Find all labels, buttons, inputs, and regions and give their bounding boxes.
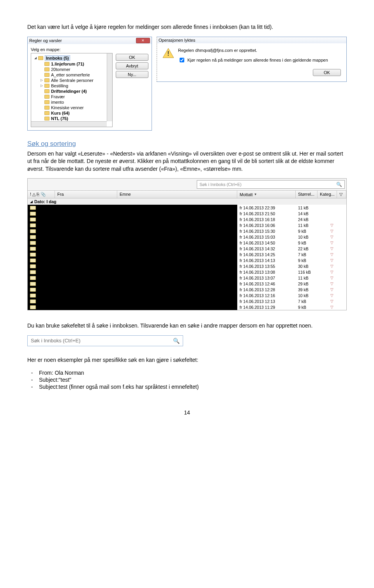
mail-row[interactable] — [28, 287, 237, 292]
mail-row[interactable] — [28, 257, 237, 263]
size-cell: 11 kB — [296, 222, 318, 228]
col-subject[interactable]: Emne — [117, 191, 237, 198]
tree-label: Kinesiske venner — [51, 105, 84, 110]
new-folder-button[interactable]: Ny... — [116, 71, 148, 78]
col-from[interactable]: Fra — [55, 191, 117, 198]
success-message: Regelen dhmqvafj@fjns.com er opprettet. — [178, 48, 341, 53]
flag-icon[interactable]: ▽ — [328, 246, 336, 251]
tree-item[interactable]: Kinesiske venner — [32, 105, 111, 110]
mail-row[interactable] — [28, 263, 237, 269]
tree-item[interactable]: ▷Bestilling — [32, 83, 111, 89]
tree-label: Alle Sentrale personer — [51, 78, 94, 83]
search-input-large[interactable]: Søk i Innboks (Ctrl+E) 🔍 — [27, 335, 183, 346]
col-size[interactable]: Størrel... — [296, 191, 318, 198]
mail-row[interactable] — [28, 234, 237, 240]
envelope-icon — [30, 206, 36, 210]
mail-row[interactable] — [28, 269, 237, 275]
mail-row[interactable] — [28, 216, 237, 222]
flag-icon[interactable]: ▽ — [328, 292, 336, 298]
envelope-icon — [30, 218, 36, 221]
section-body: Dersom en har valgt «Leserute» - «Neders… — [27, 150, 347, 173]
tree-item[interactable]: NTL (75) — [32, 116, 111, 121]
search-icon[interactable]: 🔍 — [173, 338, 180, 344]
search-icon[interactable]: 🔍 — [336, 182, 342, 187]
tree-item[interactable]: 1.linjeforum (71) — [32, 61, 111, 67]
flag-icon[interactable]: ▽ — [328, 298, 336, 304]
flag-icon[interactable] — [330, 205, 334, 211]
page-number: 14 — [27, 409, 347, 416]
flag-icon[interactable]: ▽ — [328, 269, 336, 275]
tree-item[interactable]: ▷Alle Sentrale personer — [32, 78, 111, 83]
col-category[interactable]: Kateg... — [318, 191, 337, 198]
mail-row[interactable] — [28, 304, 237, 310]
mail-row[interactable] — [28, 281, 237, 287]
flag-icon[interactable]: ▽ — [328, 287, 336, 292]
folder-icon — [44, 67, 49, 71]
run-now-checkbox-input[interactable] — [180, 58, 184, 62]
search-input[interactable]: Søk i Innboks (Ctrl+E) 🔍 — [197, 180, 345, 189]
flag-icon[interactable]: ▽ — [328, 304, 336, 310]
flag-icon[interactable]: ▽ — [328, 263, 336, 269]
mail-row[interactable] — [28, 251, 237, 257]
mail-row[interactable] — [28, 205, 237, 211]
tree-item[interactable]: ◢Innboks (5) — [32, 55, 111, 61]
size-cell: 116 kB — [296, 269, 318, 275]
tree-label: 20tommer — [51, 67, 71, 72]
mail-row[interactable] — [28, 298, 237, 304]
close-icon[interactable] — [136, 38, 150, 43]
run-now-label: Kjør regelen nå på meldinger som allered… — [187, 58, 328, 62]
received-cell: fr 14.06.2013 14:13 — [237, 257, 296, 263]
collapse-icon[interactable]: ◢ — [30, 200, 33, 204]
tree-item[interactable]: A_etter sommerferie — [32, 72, 111, 78]
received-cell: fr 14.06.2013 21:50 — [237, 211, 296, 216]
folder-icon — [44, 73, 49, 77]
scrollbar-vertical[interactable] — [107, 53, 112, 121]
mail-row[interactable] — [28, 222, 237, 228]
tree-item[interactable]: Driftmeldinger (4) — [32, 89, 111, 94]
tree-item[interactable]: Kurs (64) — [32, 110, 111, 116]
col-received[interactable]: Mottatt▼ — [237, 191, 296, 198]
col-flag[interactable]: ▽ — [337, 191, 346, 198]
ok-button[interactable]: OK — [116, 54, 148, 61]
received-cell: fr 14.06.2013 15:03 — [237, 234, 296, 240]
column-headers[interactable]: ! △ ⎘ 📎 Fra Emne Mottatt▼ Størrel... Kat… — [28, 190, 346, 198]
flag-icon[interactable]: ▽ — [328, 251, 336, 257]
mail-row[interactable] — [28, 211, 237, 216]
flag-icon[interactable] — [330, 216, 334, 222]
mail-row[interactable] — [28, 228, 237, 234]
inbox-list: Søk i Innboks (Ctrl+E) 🔍 ! △ ⎘ 📎 Fra Emn… — [27, 178, 347, 310]
received-cell: fr 14.06.2013 14:32 — [237, 246, 296, 251]
tree-item[interactable]: Fravær — [32, 94, 111, 99]
tree-label: imento — [51, 100, 64, 104]
ok-button[interactable]: OK — [313, 69, 341, 76]
tree-item[interactable]: imento — [32, 99, 111, 105]
cancel-button[interactable]: Avbryt — [116, 62, 148, 69]
run-now-checkbox[interactable]: Kjør regelen nå på meldinger som allered… — [178, 57, 341, 64]
received-cell: fr 14.06.2013 12:46 — [237, 281, 296, 287]
warning-icon: ! — [162, 48, 174, 58]
envelope-icon — [30, 288, 36, 292]
envelope-icon — [30, 276, 36, 280]
mail-row[interactable] — [28, 275, 237, 281]
folder-icon — [44, 106, 49, 110]
flag-icon[interactable]: ▽ — [328, 275, 336, 281]
flag-icon[interactable]: ▽ — [328, 234, 336, 240]
mail-row[interactable] — [28, 292, 237, 298]
size-cell: 7 kB — [296, 251, 318, 257]
flag-icon[interactable]: ▽ — [328, 240, 336, 246]
flag-icon[interactable]: ▽ — [328, 228, 336, 234]
folder-tree[interactable]: ◢Innboks (5)1.linjeforum (71)20tommerA_e… — [31, 53, 113, 127]
envelope-icon — [30, 270, 36, 274]
mail-row[interactable] — [28, 240, 237, 246]
flag-icon[interactable]: ▽ — [328, 281, 336, 287]
folder-icon — [44, 78, 49, 82]
flag-icon[interactable] — [330, 211, 334, 216]
scrollbar-horizontal[interactable] — [31, 121, 107, 127]
mail-row[interactable] — [28, 246, 237, 251]
flag-icon[interactable]: ▽ — [328, 257, 336, 263]
envelope-icon — [30, 229, 36, 233]
tree-label: NTL (75) — [51, 116, 68, 121]
flag-icon[interactable]: ▽ — [328, 222, 336, 228]
tree-item[interactable]: 20tommer — [32, 67, 111, 72]
group-header[interactable]: ◢ Dato: I dag — [28, 198, 346, 205]
